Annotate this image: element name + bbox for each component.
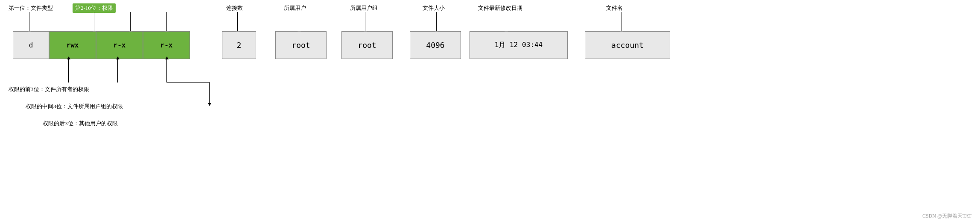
label-owner: 所属用户 <box>284 4 306 12</box>
box-rwx: rwx <box>49 31 96 59</box>
arrow-mtime <box>506 12 506 31</box>
box-link-count: 2 <box>222 31 256 59</box>
arrow-perm-owner-up <box>68 59 69 83</box>
label-filename: 文件名 <box>606 4 623 12</box>
arrow-size <box>436 12 437 31</box>
arrow-permissions-rx2 <box>166 12 167 31</box>
box-d: d <box>13 31 49 59</box>
arrow-owner <box>299 12 299 31</box>
box-rx1: r-x <box>96 31 143 59</box>
arrow-link-count <box>237 12 238 31</box>
hline-rx2 <box>166 82 209 83</box>
diagram: 第一位：文件类型 第2-10位：权限 连接数 所属用户 所属用户组 文件大小 文… <box>0 0 980 224</box>
arrow-filename <box>621 12 621 31</box>
watermark: CSDN @无脚着天TAT <box>922 212 971 220</box>
arrow-permissions-rwx <box>94 12 94 31</box>
arrow-perm-other-up <box>166 59 167 82</box>
label-size: 文件大小 <box>423 4 445 12</box>
arrow-permissions-rx1 <box>130 12 131 31</box>
label-perm-other: 权限的后3位：其他用户的权限 <box>43 120 118 127</box>
label-group: 所属用户组 <box>350 4 378 12</box>
box-group: root <box>341 31 393 59</box>
arrow-group <box>365 12 365 31</box>
box-size: 4096 <box>410 31 461 59</box>
label-mtime: 文件最新修改日期 <box>478 4 522 12</box>
box-filename: account <box>585 31 670 59</box>
arrow-file-type <box>29 12 29 31</box>
box-rx2: r-x <box>143 31 190 59</box>
label-perm-owner: 权限的前3位：文件所有者的权限 <box>9 85 89 93</box>
label-permissions: 第2-10位：权限 <box>73 3 116 13</box>
label-perm-group: 权限的中间3位：文件所属用户组的权限 <box>26 103 123 110</box>
label-file-type: 第一位：文件类型 <box>9 4 53 12</box>
box-owner: root <box>275 31 327 59</box>
box-mtime: 1月 12 03:44 <box>470 31 568 59</box>
arrow-perm-other-line <box>209 82 210 103</box>
arrow-perm-group-up <box>117 59 118 83</box>
label-link-count: 连接数 <box>226 4 243 12</box>
